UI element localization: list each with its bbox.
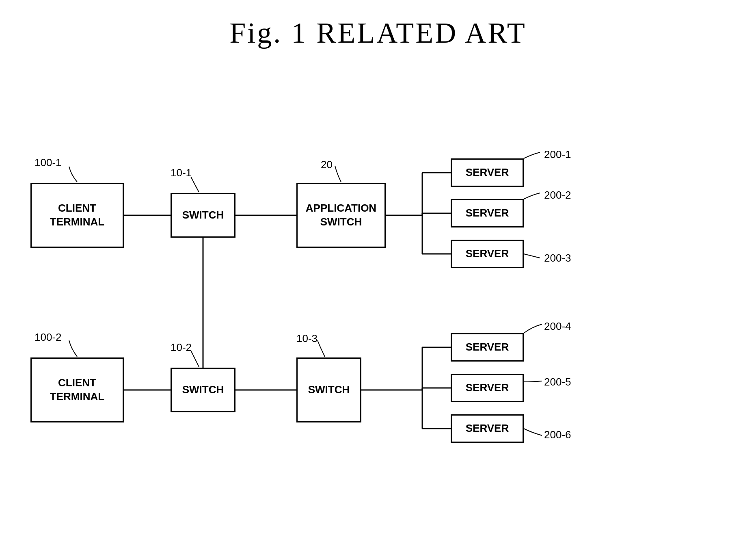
id-10-3: 10-3 [296,332,318,345]
page-title: Fig. 1 RELATED ART [0,0,756,50]
switch-1-box: SWITCH [171,193,235,238]
server-3-box: SERVER [451,240,524,268]
client-terminal-2-label: CLIENTTERMINAL [50,376,104,404]
server-6-label: SERVER [466,422,509,435]
switch-1-label: SWITCH [182,208,224,222]
client-terminal-1-box: CLIENTTERMINAL [30,183,124,248]
server-1-box: SERVER [451,158,524,187]
id-10-2: 10-2 [171,341,192,354]
server-6-box: SERVER [451,414,524,443]
id-200-6: 200-6 [544,429,571,441]
id-100-2: 100-2 [35,331,62,344]
switch-2-label: SWITCH [182,383,224,397]
server-3-label: SERVER [466,247,509,261]
client-terminal-1-label: CLIENTTERMINAL [50,201,104,229]
switch-3-label: SWITCH [308,383,350,397]
id-20: 20 [321,158,333,171]
switch-3-box: SWITCH [296,357,361,422]
client-terminal-2-box: CLIENTTERMINAL [30,357,124,422]
server-5-box: SERVER [451,374,524,402]
id-100-1: 100-1 [35,156,62,169]
server-2-box: SERVER [451,199,524,227]
server-4-box: SERVER [451,333,524,362]
diagram-area: CLIENTTERMINAL SWITCH APPLICATIONSWITCH … [0,73,756,535]
id-200-2: 200-2 [544,189,571,201]
id-200-1: 200-1 [544,148,571,161]
application-switch-box: APPLICATIONSWITCH [296,183,386,248]
server-4-label: SERVER [466,340,509,354]
id-200-3: 200-3 [544,252,571,264]
id-200-4: 200-4 [544,320,571,333]
application-switch-label: APPLICATIONSWITCH [306,201,376,229]
server-2-label: SERVER [466,206,509,220]
connection-lines [0,73,756,535]
id-200-5: 200-5 [544,376,571,388]
server-1-label: SERVER [466,166,509,180]
id-10-1: 10-1 [171,167,192,179]
server-5-label: SERVER [466,381,509,395]
switch-2-box: SWITCH [171,368,235,412]
